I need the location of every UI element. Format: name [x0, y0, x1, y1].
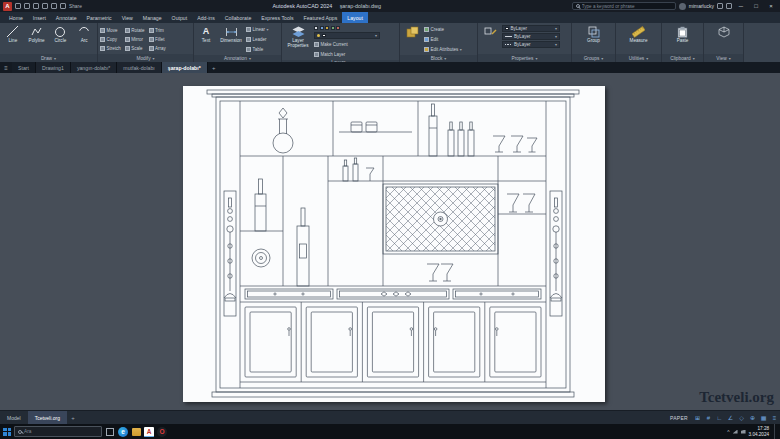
- model-tab[interactable]: Model: [0, 411, 28, 424]
- new-drawing-tab-button[interactable]: +: [208, 62, 220, 73]
- block-panel-label[interactable]: Block ▾: [400, 55, 477, 62]
- new-layout-button[interactable]: +: [67, 411, 79, 424]
- help-search[interactable]: [572, 2, 676, 10]
- polyline-button[interactable]: Polyline: [26, 24, 48, 44]
- linetype-dropdown[interactable]: ByLayer▾: [502, 41, 560, 48]
- user-avatar[interactable]: [679, 3, 686, 10]
- user-name[interactable]: mimarlucky: [689, 3, 714, 9]
- file-tab-drawing1[interactable]: Drawing1: [36, 62, 71, 73]
- layer-dropdown[interactable]: ▾: [314, 32, 380, 39]
- file-tab-menu-icon[interactable]: ≡: [0, 62, 12, 73]
- ortho-icon[interactable]: ∟: [714, 411, 725, 424]
- edit-block-button[interactable]: Edit: [424, 35, 462, 44]
- tab-addins[interactable]: Add-ins: [192, 12, 220, 23]
- osnap-icon[interactable]: ◇: [736, 411, 747, 424]
- mirror-button[interactable]: Mirror: [125, 35, 145, 44]
- close-button[interactable]: ×: [765, 3, 777, 9]
- paper-space-toggle[interactable]: PAPER: [666, 411, 692, 424]
- file-explorer-icon[interactable]: [131, 427, 141, 437]
- taskbar-clock[interactable]: 17:28 3.04.2024: [749, 426, 771, 437]
- lineweight-dropdown[interactable]: ByLayer▾: [502, 33, 560, 40]
- text-button[interactable]: A Text: [196, 24, 216, 44]
- insert-block-button[interactable]: [402, 24, 422, 38]
- search-input[interactable]: [582, 4, 672, 9]
- create-block-button[interactable]: Create: [424, 25, 462, 34]
- group-button[interactable]: Group: [582, 24, 605, 44]
- new-file-icon[interactable]: [15, 3, 21, 9]
- autocad-taskbar-icon[interactable]: A: [144, 427, 154, 437]
- tab-collaborate[interactable]: Collaborate: [220, 12, 257, 23]
- undo-icon[interactable]: [51, 3, 57, 9]
- autocad-app-icon[interactable]: A: [3, 2, 12, 11]
- make-current-button[interactable]: Make Current: [314, 40, 380, 49]
- layer-properties-button[interactable]: Layer Properties: [284, 24, 312, 49]
- taskbar-search-input[interactable]: [24, 429, 98, 434]
- task-view-icon[interactable]: [105, 427, 115, 437]
- utilities-panel-label[interactable]: Utilities ▾: [616, 54, 661, 62]
- notification-icon[interactable]: [717, 3, 723, 9]
- snap-icon[interactable]: #: [703, 411, 714, 424]
- arc-button[interactable]: Arc: [73, 24, 95, 44]
- groups-panel-label[interactable]: Groups ▾: [572, 54, 615, 62]
- layer-off-icon[interactable]: [336, 26, 340, 30]
- grid-icon[interactable]: ⊞: [692, 411, 703, 424]
- move-button[interactable]: Move: [100, 26, 121, 35]
- line-button[interactable]: Line: [2, 24, 24, 44]
- layout-paper[interactable]: [183, 86, 605, 402]
- annotation-panel-label[interactable]: Annotation ▾: [194, 55, 281, 62]
- tab-output[interactable]: Output: [167, 12, 193, 23]
- volume-icon[interactable]: [741, 430, 746, 434]
- edge-icon[interactable]: e: [118, 427, 128, 437]
- tab-featured-apps[interactable]: Featured Apps: [299, 12, 343, 23]
- tab-express-tools[interactable]: Express Tools: [256, 12, 298, 23]
- redo-icon[interactable]: [60, 3, 66, 9]
- lineweight-display-icon[interactable]: ▦: [758, 411, 769, 424]
- minimize-button[interactable]: ─: [735, 3, 747, 9]
- print-icon[interactable]: [42, 3, 48, 9]
- file-tab-yangin-dolabi[interactable]: yangın-dolabı*: [71, 62, 117, 73]
- tray-expand-icon[interactable]: ^: [727, 429, 729, 435]
- tab-manage[interactable]: Manage: [138, 12, 167, 23]
- network-icon[interactable]: [733, 430, 738, 434]
- layer-isolate-icon[interactable]: [320, 26, 324, 30]
- leader-button[interactable]: Leader: [246, 35, 269, 44]
- view-panel-label[interactable]: View ▾: [704, 54, 743, 62]
- draw-panel-label[interactable]: Draw ▾: [0, 54, 97, 62]
- dimension-button[interactable]: Dimension: [218, 24, 244, 44]
- scale-button[interactable]: Scale: [125, 44, 145, 53]
- clipboard-panel-label[interactable]: Clipboard ▾: [662, 54, 703, 62]
- object-color-dropdown[interactable]: ByLayer▾: [502, 25, 560, 32]
- show-desktop-button[interactable]: [774, 424, 777, 439]
- tab-layout[interactable]: Layout: [342, 12, 368, 23]
- save-icon[interactable]: [33, 3, 39, 9]
- open-icon[interactable]: [24, 3, 30, 9]
- rotate-button[interactable]: Rotate: [125, 26, 145, 35]
- workspace-icon[interactable]: ≡: [769, 411, 780, 424]
- paste-button[interactable]: Paste: [671, 24, 694, 44]
- polar-tracking-icon[interactable]: ∠: [725, 411, 736, 424]
- array-button[interactable]: Array: [149, 44, 166, 53]
- layer-lock-icon[interactable]: [331, 26, 335, 30]
- fillet-button[interactable]: Fillet: [149, 35, 166, 44]
- match-layer-button[interactable]: Match Layer: [314, 50, 380, 59]
- table-button[interactable]: Table: [246, 45, 269, 54]
- linear-button[interactable]: Linear▾: [246, 25, 269, 34]
- layer-state-icon[interactable]: [314, 26, 318, 30]
- tab-home[interactable]: Home: [4, 12, 28, 23]
- taskbar-search[interactable]: [14, 426, 102, 437]
- tab-annotate[interactable]: Annotate: [51, 12, 82, 23]
- copy-button[interactable]: Copy: [100, 35, 121, 44]
- file-tab-sarap-dolabi[interactable]: şarap-dolabı*: [162, 62, 208, 73]
- tab-insert[interactable]: Insert: [28, 12, 51, 23]
- object-snap-tracking-icon[interactable]: ⊕: [747, 411, 758, 424]
- start-button[interactable]: [3, 428, 11, 436]
- share-button[interactable]: Share: [69, 4, 82, 9]
- tab-parametric[interactable]: Parametric: [82, 12, 117, 23]
- stretch-button[interactable]: Stretch: [100, 44, 121, 53]
- circle-button[interactable]: Circle: [50, 24, 72, 44]
- view-base-button[interactable]: [712, 24, 735, 38]
- tab-view[interactable]: View: [117, 12, 138, 23]
- edit-attributes-button[interactable]: Edit Attributes▾: [424, 45, 462, 54]
- drawing-canvas[interactable]: Tcetveli.org: [0, 73, 780, 410]
- file-tab-start[interactable]: Start: [12, 62, 36, 73]
